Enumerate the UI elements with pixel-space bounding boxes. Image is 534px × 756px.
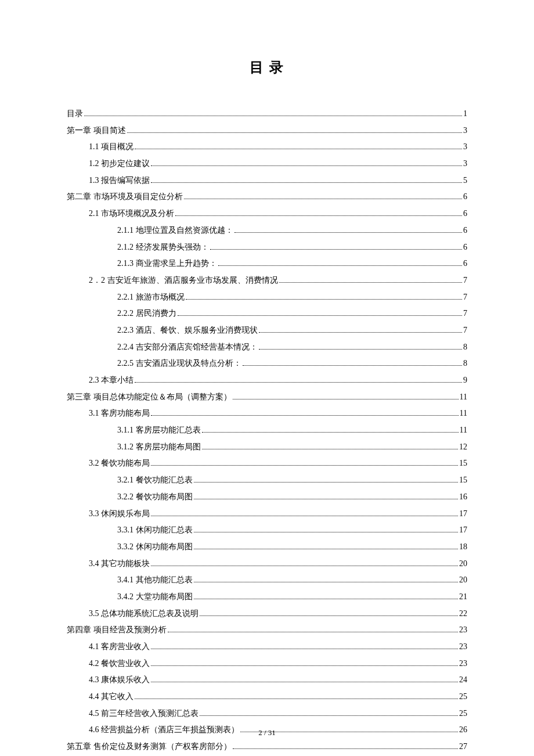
toc-entry: 2.2.3 酒店、餐饮、娱乐服务业消费现状7 bbox=[67, 322, 467, 339]
toc-leader-dots bbox=[151, 516, 458, 516]
toc-entry-page: 1 bbox=[463, 106, 467, 123]
toc-entry-page: 27 bbox=[459, 739, 467, 755]
toc-entry-page: 21 bbox=[459, 589, 467, 606]
toc-entry-label: 2.2.1 旅游市场概况 bbox=[117, 289, 185, 306]
toc-leader-dots bbox=[151, 566, 458, 566]
toc-leader-dots bbox=[194, 549, 459, 549]
toc-entry-label: 2．2 吉安近年旅游、酒店服务业市场发展、消费情况 bbox=[89, 272, 278, 289]
toc-leader-dots bbox=[184, 199, 463, 199]
toc-entry-label: 2.1.2 经济发展势头强劲： bbox=[117, 239, 209, 256]
toc-entry-page: 6 bbox=[463, 189, 467, 206]
toc-entry-label: 2.1.3 商业需求呈上升趋势： bbox=[117, 255, 217, 272]
toc-entry-label: 3.5 总体功能系统汇总表及说明 bbox=[89, 606, 199, 622]
toc-entry-label: 4.5 前三年经营收入预测汇总表 bbox=[89, 705, 199, 722]
toc-entry-page: 11 bbox=[460, 422, 467, 439]
toc-leader-dots bbox=[243, 365, 463, 366]
toc-entry: 第二章 市场环境及项目定位分析6 bbox=[67, 189, 467, 206]
toc-leader-dots bbox=[279, 282, 463, 283]
toc-entry: 第五章 售价定位及财务测算（产权客房部分）27 bbox=[67, 739, 467, 755]
toc-leader-dots bbox=[194, 599, 459, 599]
toc-entry-page: 6 bbox=[463, 222, 467, 239]
toc-entry-page: 16 bbox=[459, 489, 467, 506]
toc-entry-label: 3.2.2 餐饮功能布局图 bbox=[117, 489, 193, 506]
toc-entry-label: 1.3 报告编写依据 bbox=[89, 172, 150, 189]
toc-leader-dots bbox=[151, 649, 458, 649]
toc-entry-page: 6 bbox=[463, 206, 467, 222]
toc-leader-dots bbox=[135, 382, 462, 383]
toc-entry-page: 6 bbox=[463, 239, 467, 256]
toc-leader-dots bbox=[234, 232, 463, 233]
toc-entry-page: 15 bbox=[459, 455, 467, 472]
toc-entry: 2.2.1 旅游市场概况7 bbox=[67, 289, 467, 306]
toc-entry-page: 8 bbox=[463, 355, 467, 372]
toc-entry: 2.2.5 吉安酒店业现状及特点分析：8 bbox=[67, 355, 467, 372]
toc-leader-dots bbox=[175, 215, 462, 216]
toc-leader-dots bbox=[194, 499, 459, 499]
toc-entry: 2.1.3 商业需求呈上升趋势：6 bbox=[67, 255, 467, 272]
toc-leader-dots bbox=[84, 116, 462, 116]
toc-leader-dots bbox=[259, 349, 463, 350]
toc-leader-dots bbox=[233, 399, 459, 399]
toc-leader-dots bbox=[200, 715, 458, 716]
toc-leader-dots bbox=[151, 182, 462, 183]
toc-leader-dots bbox=[202, 449, 459, 449]
toc-entry-label: 3.3.2 休闲功能布局图 bbox=[117, 539, 193, 556]
toc-entry: 3.1 客房功能布局11 bbox=[67, 405, 467, 422]
toc-leader-dots bbox=[151, 415, 459, 416]
toc-entry-label: 2.1.1 地理位置及自然资源优越： bbox=[117, 222, 233, 239]
toc-entry-label: 1.2 初步定位建议 bbox=[89, 156, 150, 172]
toc-entry: 3.3 休闲娱乐布局17 bbox=[67, 506, 467, 523]
toc-entry-page: 24 bbox=[459, 672, 467, 689]
toc-entry-label: 3.2.1 餐饮功能汇总表 bbox=[117, 472, 193, 489]
toc-entry-page: 22 bbox=[459, 606, 467, 622]
toc-entry: 3.1.1 客房层功能汇总表11 bbox=[67, 422, 467, 439]
toc-leader-dots bbox=[151, 682, 458, 682]
toc-entry-label: 第三章 项目总体功能定位＆布局（调整方案） bbox=[67, 389, 232, 406]
toc-entry: 4.1 客房营业收入23 bbox=[67, 639, 467, 656]
toc-entry-page: 20 bbox=[459, 572, 467, 589]
toc-entry: 3.4 其它功能板块20 bbox=[67, 556, 467, 573]
toc-entry-label: 3.3.1 休闲功能汇总表 bbox=[117, 522, 193, 539]
toc-entry: 2.2.2 居民消费力7 bbox=[67, 305, 467, 322]
toc-entry-page: 25 bbox=[459, 705, 467, 722]
toc-entry-label: 4.1 客房营业收入 bbox=[89, 639, 150, 656]
toc-entry-label: 第五章 售价定位及财务测算（产权客房部分） bbox=[67, 739, 232, 755]
toc-leader-dots bbox=[194, 532, 459, 532]
toc-entry-label: 3.4.2 大堂功能布局图 bbox=[117, 589, 193, 606]
toc-entry-label: 4.2 餐饮营业收入 bbox=[89, 656, 150, 672]
toc-entry-page: 15 bbox=[459, 472, 467, 489]
toc-entry-page: 23 bbox=[459, 639, 467, 656]
toc-entry: 3.1.2 客房层功能布局图12 bbox=[67, 439, 467, 456]
toc-leader-dots bbox=[151, 165, 462, 166]
document-page: 目 录 目录1第一章 项目简述31.1 项目概况31.2 初步定位建议31.3 … bbox=[0, 0, 534, 756]
toc-entry-label: 第二章 市场环境及项目定位分析 bbox=[67, 189, 183, 206]
toc-entry: 4.3 康体娱乐收入24 bbox=[67, 672, 467, 689]
toc-entry: 3.3.2 休闲功能布局图18 bbox=[67, 539, 467, 556]
toc-leader-dots bbox=[151, 465, 458, 466]
toc-leader-dots bbox=[194, 582, 459, 582]
toc-leader-dots bbox=[135, 149, 462, 149]
toc-leader-dots bbox=[218, 265, 463, 266]
toc-entry-label: 3.2 餐饮功能布局 bbox=[89, 455, 150, 472]
toc-entry-page: 23 bbox=[459, 622, 467, 639]
toc-entry-label: 2.2.4 吉安部分酒店宾馆经营基本情况： bbox=[117, 339, 258, 356]
toc-entry: 1.1 项目概况3 bbox=[67, 139, 467, 156]
toc-leader-dots bbox=[259, 332, 463, 333]
toc-entry-page: 9 bbox=[463, 372, 467, 389]
toc-entry: 3.3.1 休闲功能汇总表17 bbox=[67, 522, 467, 539]
toc-entry-page: 7 bbox=[463, 322, 467, 339]
toc-leader-dots bbox=[178, 315, 463, 316]
toc-entry-page: 6 bbox=[463, 255, 467, 272]
toc-entry-page: 17 bbox=[459, 522, 467, 539]
toc-entry: 2.1.2 经济发展势头强劲：6 bbox=[67, 239, 467, 256]
table-of-contents: 目录1第一章 项目简述31.1 项目概况31.2 初步定位建议31.3 报告编写… bbox=[67, 106, 467, 756]
toc-leader-dots bbox=[202, 432, 459, 433]
toc-entry-label: 3.1.2 客房层功能布局图 bbox=[117, 439, 201, 456]
toc-entry: 4.4 其它收入25 bbox=[67, 689, 467, 705]
page-title: 目 录 bbox=[67, 58, 467, 77]
toc-entry-page: 20 bbox=[459, 556, 467, 573]
toc-entry: 目录1 bbox=[67, 106, 467, 123]
toc-entry-label: 3.1 客房功能布局 bbox=[89, 405, 150, 422]
toc-leader-dots bbox=[151, 665, 458, 666]
toc-entry: 第四章 项目经营及预测分析23 bbox=[67, 622, 467, 639]
